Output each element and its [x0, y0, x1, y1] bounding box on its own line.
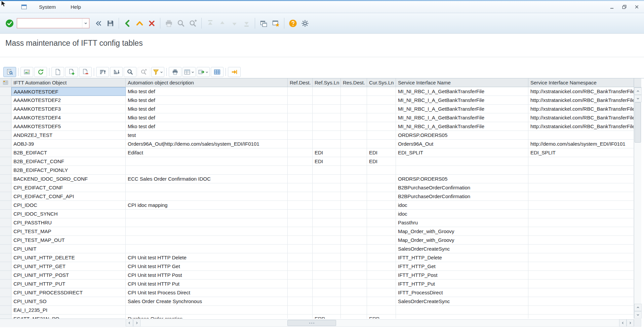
vertical-scroll-track[interactable] — [634, 102, 641, 304]
cell[interactable] — [367, 210, 396, 218]
cell[interactable]: CPI_EDIFACT_CONF — [11, 183, 126, 192]
cell[interactable]: Purchase Order creation — [126, 315, 288, 319]
cell[interactable] — [528, 175, 634, 183]
cell[interactable] — [367, 245, 396, 253]
cell[interactable] — [341, 96, 367, 105]
cell[interactable] — [341, 218, 367, 227]
row-selector[interactable] — [0, 183, 11, 192]
command-input[interactable] — [17, 21, 82, 26]
cell[interactable]: MI_NI_RBC_I_A_GetBankTransferFile — [396, 113, 528, 122]
cell[interactable] — [126, 157, 288, 166]
cell[interactable] — [313, 271, 341, 280]
cell[interactable]: AAAMKOTESTDEF4 — [11, 113, 126, 122]
column-header[interactable]: Ref.Dest. — [288, 78, 313, 87]
row-selector[interactable] — [0, 175, 11, 183]
cell[interactable]: IFTT_ProcessDirect — [396, 288, 528, 297]
cell[interactable] — [528, 253, 634, 262]
row-selector[interactable] — [0, 245, 11, 253]
cell[interactable] — [341, 227, 367, 236]
cell[interactable] — [367, 253, 396, 262]
page-down-button[interactable] — [228, 17, 240, 29]
cell[interactable] — [341, 87, 367, 96]
cell[interactable] — [528, 288, 634, 297]
cell[interactable] — [341, 157, 367, 166]
cell[interactable] — [313, 288, 341, 297]
cell[interactable] — [367, 105, 396, 113]
menu-system[interactable]: System — [35, 2, 60, 11]
print-button[interactable] — [169, 67, 182, 77]
minimize-button[interactable] — [609, 4, 614, 9]
cell[interactable] — [528, 192, 634, 201]
cell[interactable] — [341, 280, 367, 288]
row-selector[interactable] — [0, 192, 11, 201]
cell[interactable] — [341, 271, 367, 280]
cell[interactable]: Orders96A_Out|http://demo.com/sales/syst… — [126, 140, 288, 148]
cell[interactable] — [367, 297, 396, 306]
horizontal-scroll-track[interactable] — [140, 319, 619, 327]
select-all-corner[interactable] — [0, 78, 11, 87]
cell[interactable] — [126, 306, 288, 315]
cell[interactable]: http://xstratanickel.com/RBC_BankTransfe… — [528, 105, 634, 113]
row-selector[interactable] — [0, 297, 11, 306]
scroll-right-button[interactable] — [627, 319, 634, 327]
cell[interactable]: MI_NI_RBC_I_A_GetBankTransferFile — [396, 96, 528, 105]
cell[interactable] — [313, 218, 341, 227]
cell[interactable]: Passthru — [396, 218, 528, 227]
row-selector[interactable] — [0, 140, 11, 148]
cell[interactable] — [126, 227, 288, 236]
cell[interactable] — [126, 166, 288, 175]
cell[interactable] — [313, 280, 341, 288]
cell[interactable] — [528, 201, 634, 210]
cell[interactable] — [341, 192, 367, 201]
cell[interactable] — [341, 210, 367, 218]
find-next-button[interactable] — [137, 67, 150, 77]
refresh-button[interactable] — [34, 67, 47, 77]
details-button[interactable] — [3, 67, 16, 77]
cell[interactable] — [126, 192, 288, 201]
row-selector[interactable] — [0, 87, 11, 96]
cell[interactable] — [341, 297, 367, 306]
cell[interactable] — [367, 140, 396, 148]
cell[interactable]: EDI — [367, 148, 396, 157]
row-selector[interactable] — [0, 262, 11, 271]
cell[interactable] — [367, 218, 396, 227]
cell[interactable]: CPI_UNIT_HTTP_POST — [11, 271, 126, 280]
cell[interactable] — [288, 280, 313, 288]
cell[interactable]: EAI_I_2235_PI — [11, 306, 126, 315]
cell[interactable]: Mko test def — [126, 113, 288, 122]
row-selector[interactable] — [0, 253, 11, 262]
cell[interactable] — [126, 218, 288, 227]
cell[interactable] — [341, 288, 367, 297]
cell[interactable] — [528, 315, 634, 319]
command-field[interactable] — [17, 18, 89, 28]
cell[interactable]: MI_NI_RBC_I_A_GetBankTransferFile — [396, 87, 528, 96]
back-button[interactable] — [121, 17, 133, 29]
row-selector[interactable] — [0, 105, 11, 113]
cell[interactable] — [396, 315, 528, 319]
cell[interactable] — [528, 157, 634, 166]
cell[interactable]: IFTT_HTTP_Put — [396, 280, 528, 288]
cell[interactable] — [341, 236, 367, 245]
cell[interactable]: http://xstratanickel.com/RBC_BankTransfe… — [528, 96, 634, 105]
cell[interactable] — [367, 122, 396, 131]
cell[interactable] — [313, 183, 341, 192]
cell[interactable] — [313, 131, 341, 140]
cell[interactable]: Map_Order_with_Groovy — [396, 227, 528, 236]
cell[interactable]: AAAMKOTESTDEF3 — [11, 105, 126, 113]
horizontal-scroll-thumb[interactable] — [287, 320, 336, 326]
cell[interactable] — [288, 131, 313, 140]
cell[interactable] — [288, 201, 313, 210]
cell[interactable] — [313, 227, 341, 236]
cell[interactable]: EDI_SPLIT — [528, 148, 634, 157]
sort-ascending-button[interactable] — [96, 67, 109, 77]
cell[interactable] — [288, 166, 313, 175]
cell[interactable]: ERP — [367, 315, 396, 319]
cell[interactable]: B2BPurchaseOrderConfirmation — [396, 183, 528, 192]
cell[interactable]: ECC Sales Order Confirmation IDOC — [126, 175, 288, 183]
cell[interactable] — [313, 166, 341, 175]
cell[interactable] — [341, 315, 367, 319]
cell[interactable] — [313, 297, 341, 306]
cell[interactable]: CPI_UNIT_HTTP_PUT — [11, 280, 126, 288]
cell[interactable] — [528, 236, 634, 245]
cell[interactable]: MI_NI_RBC_I_A_GetBankTransferFile — [396, 105, 528, 113]
